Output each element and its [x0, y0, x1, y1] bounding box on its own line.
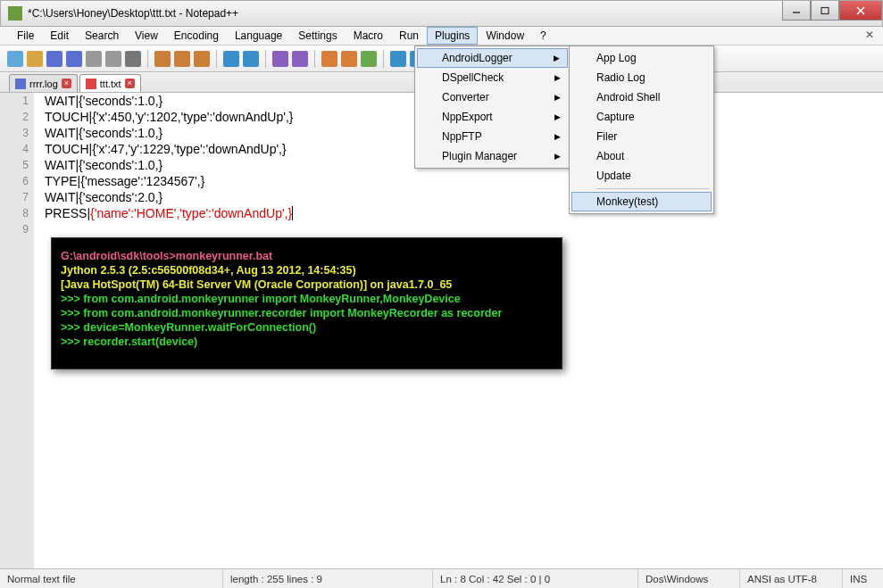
menu-search[interactable]: Search: [77, 27, 127, 45]
app-icon: [8, 6, 22, 21]
submenu-item-filer[interactable]: Filer: [571, 127, 712, 146]
window-title: *C:\Users\Honey\Desktop\ttt.txt - Notepa…: [28, 7, 238, 20]
menu-separator: [596, 188, 710, 189]
toolbar-closeall-icon[interactable]: [105, 51, 121, 67]
submenu-item-app-log[interactable]: App Log: [571, 48, 712, 68]
toolbar-separator: [314, 50, 315, 68]
toolbar-new-icon[interactable]: [7, 51, 23, 67]
status-filetype: Normal text file: [0, 569, 223, 588]
toolbar-wrap-icon[interactable]: [321, 51, 337, 67]
status-position: Ln : 8 Col : 42 Sel : 0 | 0: [433, 569, 638, 588]
status-eol: Dos\Windows: [638, 569, 740, 588]
menubar-close-doc-icon[interactable]: ✕: [865, 29, 874, 41]
minimize-button[interactable]: [782, 1, 811, 21]
menu-edit[interactable]: Edit: [42, 27, 77, 45]
toolbar-separator: [265, 50, 266, 68]
menu-help[interactable]: ?: [532, 27, 554, 45]
titlebar: *C:\Users\Honey\Desktop\ttt.txt - Notepa…: [0, 0, 883, 27]
maximize-button[interactable]: [811, 1, 839, 21]
toolbar-separator: [147, 50, 148, 68]
menu-macro[interactable]: Macro: [346, 27, 391, 45]
plugins-item-dspellcheck[interactable]: DSpellCheck▶: [417, 68, 568, 87]
menu-run[interactable]: Run: [391, 27, 427, 45]
submenu-arrow-icon: ▶: [554, 152, 561, 161]
menu-encoding[interactable]: Encoding: [166, 27, 227, 45]
console-line: G:\android\sdk\tools>monkeyrunner.bat: [61, 249, 553, 263]
console-line: >>> from com.android.monkeyrunner.record…: [61, 306, 553, 320]
toolbar-close-icon[interactable]: [86, 51, 102, 67]
close-button[interactable]: [839, 1, 882, 21]
toolbar-separator: [383, 50, 384, 68]
status-encoding: ANSI as UTF-8: [740, 569, 843, 588]
tab-close-icon[interactable]: ×: [125, 79, 135, 88]
menu-language[interactable]: Language: [227, 27, 290, 45]
toolbar-open-icon[interactable]: [27, 51, 43, 67]
submenu-item-capture[interactable]: Capture: [571, 107, 712, 127]
menu-view[interactable]: View: [127, 27, 166, 45]
toolbar-undo-icon[interactable]: [223, 51, 239, 67]
tab-label: rrrr.log: [29, 79, 58, 89]
console-overlay: G:\android\sdk\tools>monkeyrunner.batJyt…: [51, 237, 562, 369]
toolbar-chars-icon[interactable]: [341, 51, 357, 67]
line-gutter: 123456789: [0, 93, 34, 568]
toolbar-indent-icon[interactable]: [361, 51, 377, 67]
toolbar-zoom1-icon[interactable]: [390, 51, 406, 67]
androidlogger-submenu: App LogRadio LogAndroid ShellCaptureFile…: [569, 46, 714, 214]
toolbar-saveall-icon[interactable]: [66, 51, 82, 67]
status-length: length : 255 lines : 9: [223, 569, 433, 588]
menu-window[interactable]: Window: [478, 27, 532, 45]
plugins-item-nppexport[interactable]: NppExport▶: [417, 107, 568, 127]
tab-rrrr-log[interactable]: rrrr.log×: [9, 74, 78, 92]
tab-close-icon[interactable]: ×: [62, 79, 71, 88]
menu-plugins[interactable]: Plugins: [427, 27, 478, 45]
console-line: >>> device=MonkeyRunner.waitForConnectio…: [61, 320, 553, 335]
submenu-item-about[interactable]: About: [571, 146, 712, 166]
submenu-item-monkey-test-[interactable]: Monkey(test): [571, 192, 712, 211]
toolbar-paste-icon[interactable]: [194, 51, 210, 67]
plugins-item-plugin-manager[interactable]: Plugin Manager▶: [417, 146, 568, 166]
code-content[interactable]: WAIT|{'seconds':1.0,}TOUCH|{'x':450,'y':…: [45, 93, 293, 237]
toolbar-redo-icon[interactable]: [243, 51, 259, 67]
tab-label: ttt.txt: [100, 79, 121, 89]
submenu-item-radio-log[interactable]: Radio Log: [571, 68, 712, 87]
menu-settings[interactable]: Settings: [290, 27, 345, 45]
toolbar-copy-icon[interactable]: [174, 51, 190, 67]
plugins-item-androidlogger[interactable]: AndroidLogger▶: [417, 48, 568, 68]
toolbar-print-icon[interactable]: [125, 51, 141, 67]
menubar: FileEditSearchViewEncodingLanguageSettin…: [0, 27, 883, 46]
statusbar: Normal text file length : 255 lines : 9 …: [0, 568, 883, 588]
plugins-menu: AndroidLogger▶DSpellCheck▶Converter▶NppE…: [414, 46, 571, 169]
submenu-arrow-icon: ▶: [554, 132, 561, 141]
console-line: >>> recorder.start(device): [61, 335, 553, 349]
console-line: >>> from com.android.monkeyrunner import…: [61, 292, 553, 306]
toolbar-separator: [216, 50, 217, 68]
submenu-arrow-icon: ▶: [554, 54, 560, 62]
console-line: Jython 2.5.3 (2.5:c56500f08d34+, Aug 13 …: [61, 263, 553, 277]
menu-file[interactable]: File: [9, 27, 42, 45]
status-mode: INS: [843, 569, 883, 588]
submenu-item-android-shell[interactable]: Android Shell: [571, 87, 712, 107]
file-icon: [86, 79, 96, 89]
toolbar-cut-icon[interactable]: [154, 51, 171, 67]
toolbar-find-icon[interactable]: [272, 51, 288, 67]
toolbar-replace-icon[interactable]: [292, 51, 308, 67]
plugins-item-nppftp[interactable]: NppFTP▶: [417, 127, 568, 146]
submenu-arrow-icon: ▶: [554, 73, 561, 82]
plugins-item-converter[interactable]: Converter▶: [417, 87, 568, 107]
submenu-arrow-icon: ▶: [554, 93, 561, 102]
toolbar-save-icon[interactable]: [46, 51, 62, 67]
submenu-item-update[interactable]: Update: [571, 166, 712, 186]
svg-rect-1: [821, 7, 829, 13]
tab-ttt-txt[interactable]: ttt.txt×: [79, 74, 141, 92]
file-icon: [15, 79, 26, 89]
submenu-arrow-icon: ▶: [554, 112, 561, 121]
console-line: [Java HotSpot(TM) 64-Bit Server VM (Orac…: [61, 277, 553, 292]
